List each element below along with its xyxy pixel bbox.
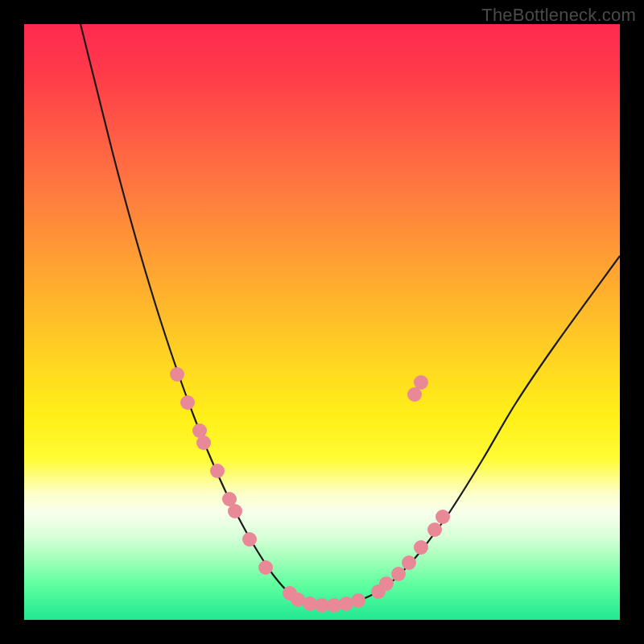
data-marker (283, 586, 297, 601)
curve-markers (170, 367, 450, 613)
data-marker (291, 592, 305, 607)
data-marker (222, 492, 237, 506)
data-marker (414, 375, 428, 390)
data-marker (196, 436, 211, 450)
data-marker (407, 387, 422, 402)
data-marker (242, 532, 257, 547)
data-marker (351, 593, 365, 608)
data-marker (379, 576, 394, 591)
data-marker (427, 522, 442, 537)
data-marker (339, 597, 353, 611)
data-marker (391, 567, 406, 581)
data-marker (315, 598, 329, 613)
data-marker (371, 584, 386, 599)
data-marker (192, 423, 207, 438)
bottleneck-curve (80, 24, 620, 606)
data-marker (436, 510, 450, 524)
data-marker (258, 560, 273, 575)
data-marker (414, 540, 428, 555)
data-marker (210, 464, 225, 478)
data-marker (327, 598, 341, 613)
data-marker (180, 395, 195, 410)
data-marker (402, 555, 416, 570)
watermark-text: TheBottleneck.com (481, 5, 636, 26)
chart-frame: TheBottleneck.com (0, 0, 644, 644)
overlay-svg (24, 24, 620, 620)
data-marker (228, 504, 242, 518)
plot-area (24, 24, 620, 620)
data-marker (170, 367, 184, 382)
data-marker (303, 597, 317, 611)
